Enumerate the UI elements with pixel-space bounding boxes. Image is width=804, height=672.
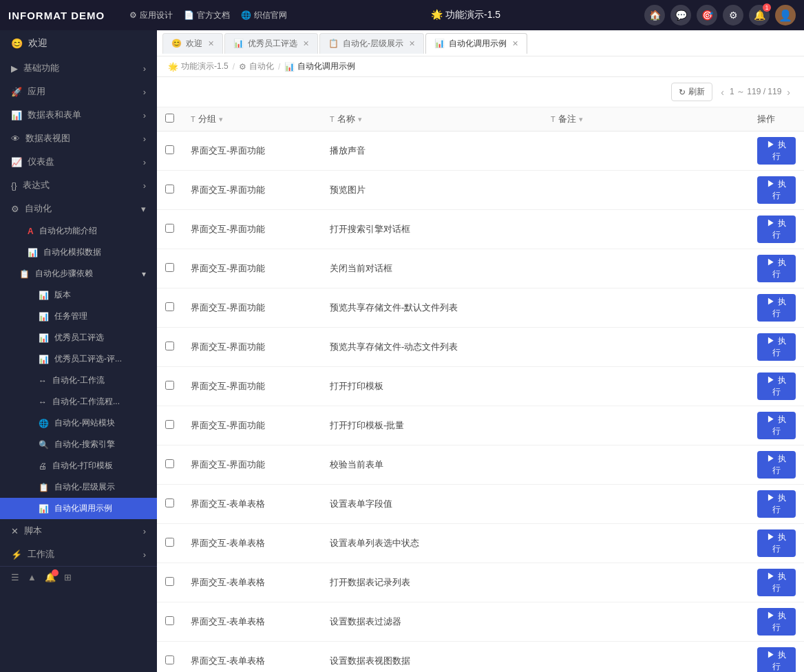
sidebar-item-workflows[interactable]: ⚡ 工作流 ›	[0, 543, 157, 566]
breadcrumb-item-current[interactable]: 📊 自动化调用示例	[284, 61, 355, 72]
main-layout: 😊 欢迎 ▶ 基础功能 › 🚀 应用 › 📊 数据表和表单 › 👁 数据表视图 …	[0, 30, 804, 672]
row-checkbox[interactable]	[165, 185, 174, 193]
settings-button[interactable]: ⚙	[723, 5, 743, 25]
sidebar-item-automation-example[interactable]: 📊 自动化调用示例	[0, 498, 157, 519]
tab-welcome[interactable]: 😊 欢迎 ✕	[162, 33, 223, 54]
sidebar-bottom-icon2[interactable]: ▲	[28, 572, 36, 582]
tab-close-welcome[interactable]: ✕	[208, 39, 214, 48]
sidebar-item-scripts[interactable]: ✕ 脚本 ›	[0, 519, 157, 543]
sidebar-bottom-icon4[interactable]: ⊞	[64, 572, 72, 582]
home-button[interactable]: 🏠	[644, 5, 665, 25]
filter-icon-group[interactable]: ▾	[219, 115, 223, 124]
refresh-button[interactable]: ↻ 刷新	[671, 83, 712, 101]
exec-button[interactable]: ▶ 执行	[757, 412, 796, 439]
row-checkbox[interactable]	[165, 498, 174, 507]
sidebar-item-welcome[interactable]: 😊 欢迎	[0, 30, 157, 56]
row-checkbox[interactable]	[165, 616, 174, 625]
exec-button[interactable]: ▶ 执行	[757, 490, 796, 518]
row-checkbox[interactable]	[165, 302, 174, 311]
table-icon: 📊	[434, 39, 445, 48]
sidebar-item-expression[interactable]: {} 表达式 ›	[0, 174, 157, 197]
nav-website[interactable]: 🌐 织信官网	[241, 10, 287, 21]
chat-button[interactable]: 💬	[670, 5, 691, 25]
tab-employee[interactable]: 📊 优秀员工评选 ✕	[224, 33, 318, 54]
exec-button[interactable]: ▶ 执行	[757, 294, 796, 322]
sidebar-bottom-icon1[interactable]: ☰	[11, 572, 19, 582]
row-group: 界面交互-界面功能	[182, 367, 321, 406]
exec-button[interactable]: ▶ 执行	[757, 333, 796, 361]
row-name: 校验当前表单	[321, 445, 542, 485]
target-button[interactable]: 🎯	[697, 5, 717, 25]
sidebar-item-automation-intro[interactable]: A 自动化功能介绍	[0, 220, 157, 242]
prev-page-button[interactable]: ‹	[718, 87, 727, 98]
tab-hierarchy[interactable]: 📋 自动化-层级展示 ✕	[319, 33, 424, 54]
exec-button[interactable]: ▶ 执行	[757, 451, 796, 479]
next-page-button[interactable]: ›	[784, 87, 793, 98]
exec-button[interactable]: ▶ 执行	[757, 216, 796, 243]
sidebar-item-dataview[interactable]: 👁 数据表视图 ›	[0, 127, 157, 150]
row-checkbox[interactable]	[165, 459, 174, 468]
tab-automation-example[interactable]: 📊 自动化调用示例 ✕	[425, 33, 527, 54]
row-checkbox[interactable]	[165, 381, 174, 390]
notification-button[interactable]: 🔔 1	[749, 5, 770, 25]
sidebar-item-print[interactable]: 🖨 自动化-打印模板	[0, 455, 157, 476]
smile-icon: 😊	[11, 38, 23, 49]
sidebar-item-employee[interactable]: 📊 优秀员工评选	[0, 327, 157, 348]
exec-button[interactable]: ▶ 执行	[757, 372, 796, 400]
select-all-checkbox[interactable]	[165, 114, 174, 123]
sidebar-item-dashboard[interactable]: 📈 仪表盘 ›	[0, 150, 157, 174]
sidebar-item-employee-eval[interactable]: 📊 优秀员工评选-评...	[0, 348, 157, 370]
nav-docs[interactable]: 📄 官方文档	[184, 10, 230, 21]
sidebar-bottom-icon3[interactable]: 🔔	[45, 572, 56, 582]
nav-app-design[interactable]: ⚙ 应用设计	[129, 10, 173, 21]
sidebar-item-automation[interactable]: ⚙ 自动化 ▾	[0, 197, 157, 220]
sidebar-item-automation-mock[interactable]: 📊 自动化模拟数据	[0, 242, 157, 263]
sidebar-item-basic[interactable]: ▶ 基础功能 ›	[0, 56, 157, 80]
table-row: 界面交互-界面功能 关闭当前对话框 ▶ 执行	[157, 249, 804, 288]
exec-button[interactable]: ▶ 执行	[757, 647, 796, 672]
row-checkbox[interactable]	[165, 224, 174, 233]
row-group: 界面交互-界面功能	[182, 249, 321, 288]
tab-close-employee[interactable]: ✕	[303, 39, 309, 48]
table-scroll[interactable]: T 分组 ▾ T 名称 ▾	[157, 107, 804, 672]
row-checkbox[interactable]	[165, 263, 174, 272]
sidebar-item-automation-steps[interactable]: 📋 自动化步骤依赖 ▾	[0, 263, 157, 284]
sidebar-item-workflow-process[interactable]: ↔ 自动化-工作流程...	[0, 391, 157, 412]
table-row: 界面交互-表单表格 打开数据表记录列表 ▶ 执行	[157, 563, 804, 602]
exec-button[interactable]: ▶ 执行	[757, 176, 796, 204]
sidebar-item-workflow[interactable]: ↔ 自动化-工作流	[0, 370, 157, 391]
sidebar-item-apps[interactable]: 🚀 应用 ›	[0, 80, 157, 103]
row-checkbox[interactable]	[165, 420, 174, 429]
row-checkbox[interactable]	[165, 145, 174, 154]
exec-button[interactable]: ▶ 执行	[757, 569, 796, 596]
chart-icon: 📈	[11, 157, 22, 167]
row-checkbox[interactable]	[165, 577, 174, 586]
sidebar-item-website[interactable]: 🌐 自动化-网站模块	[0, 412, 157, 434]
row-checkbox[interactable]	[165, 538, 174, 547]
row-name: 打开打印模板-批量	[321, 406, 542, 445]
table-icon: 📊	[39, 333, 49, 343]
row-action: ▶ 执行	[749, 602, 804, 642]
tabs-bar: 😊 欢迎 ✕ 📊 优秀员工评选 ✕ 📋 自动化-层级展示 ✕ 📊 自动化调用示例…	[157, 30, 804, 56]
breadcrumb-sep2: /	[278, 62, 280, 72]
breadcrumb-item-root[interactable]: 🌟 功能演示-1.5	[168, 61, 229, 72]
exec-button[interactable]: ▶ 执行	[757, 529, 796, 557]
filter-icon-note[interactable]: ▾	[579, 115, 583, 124]
sidebar-item-hierarchy[interactable]: 📋 自动化-层级展示	[0, 476, 157, 498]
exec-button[interactable]: ▶ 执行	[757, 137, 796, 165]
exec-button[interactable]: ▶ 执行	[757, 255, 796, 282]
filter-icon-name[interactable]: ▾	[358, 115, 362, 124]
row-action: ▶ 执行	[749, 328, 804, 367]
sidebar-item-task[interactable]: 📊 任务管理	[0, 306, 157, 327]
sidebar-item-search-engine[interactable]: 🔍 自动化-搜索引擎	[0, 434, 157, 455]
exec-button[interactable]: ▶ 执行	[757, 608, 796, 636]
sidebar-item-version[interactable]: 📊 版本	[0, 284, 157, 306]
tab-close-hierarchy[interactable]: ✕	[409, 39, 415, 48]
avatar[interactable]: 👤	[775, 5, 796, 25]
tab-close-automation-example[interactable]: ✕	[512, 39, 518, 48]
row-checkbox[interactable]	[165, 342, 174, 350]
row-checkbox[interactable]	[165, 655, 174, 664]
breadcrumb-item-automation[interactable]: ⚙ 自动化	[239, 61, 274, 72]
sidebar-item-tables[interactable]: 📊 数据表和表单 ›	[0, 103, 157, 127]
row-note	[542, 406, 749, 445]
